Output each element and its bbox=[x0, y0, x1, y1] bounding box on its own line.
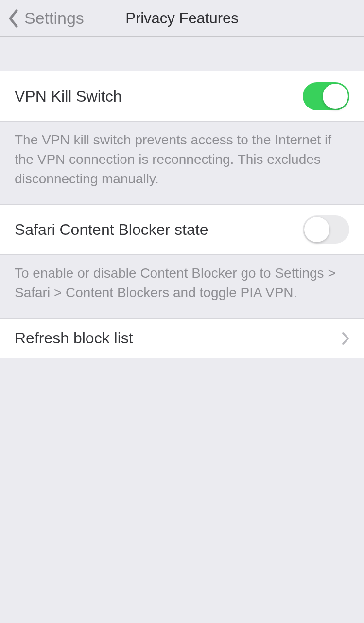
toggle-knob bbox=[323, 84, 348, 109]
content-blocker-footer: To enable or disable Content Blocker go … bbox=[0, 255, 364, 303]
section-spacer bbox=[0, 37, 364, 71]
toggle-knob bbox=[304, 217, 329, 242]
vpn-kill-switch-label: VPN Kill Switch bbox=[15, 88, 122, 106]
section-spacer bbox=[0, 303, 364, 318]
content-blocker-row: Safari Content Blocker state bbox=[0, 204, 364, 255]
content-blocker-toggle[interactable] bbox=[303, 215, 349, 244]
refresh-block-list-row[interactable]: Refresh block list bbox=[0, 318, 364, 358]
vpn-kill-switch-toggle[interactable] bbox=[303, 82, 349, 110]
nav-bar: Settings Privacy Features bbox=[0, 0, 364, 37]
section-spacer bbox=[0, 189, 364, 204]
content-blocker-label: Safari Content Blocker state bbox=[15, 221, 208, 239]
vpn-kill-switch-row: VPN Kill Switch bbox=[0, 71, 364, 122]
refresh-block-list-label: Refresh block list bbox=[15, 329, 133, 347]
chevron-right-icon bbox=[342, 332, 349, 345]
vpn-kill-switch-footer: The VPN kill switch prevents access to t… bbox=[0, 122, 364, 189]
back-button[interactable]: Settings bbox=[0, 9, 84, 28]
back-label: Settings bbox=[24, 9, 84, 28]
chevron-left-icon bbox=[8, 9, 18, 28]
